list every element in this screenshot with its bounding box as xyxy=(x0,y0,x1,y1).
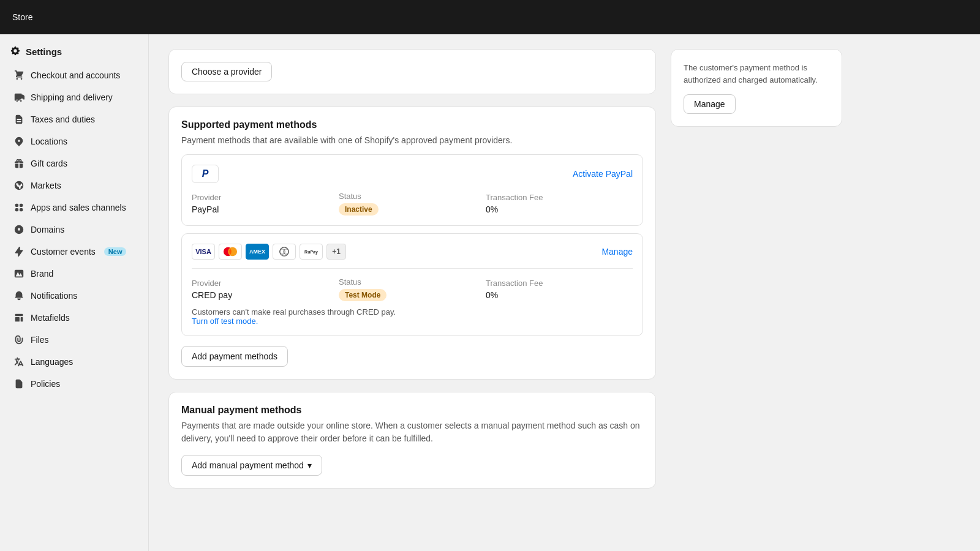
policies-icon xyxy=(13,378,24,389)
sidebar-item-domains[interactable]: Domains xyxy=(4,219,145,241)
sidebar-title: Settings xyxy=(26,47,62,57)
cred-status-header: Status xyxy=(339,277,486,289)
sidebar-item-languages[interactable]: Languages xyxy=(4,351,145,373)
supported-desc: Payment methods that are available with … xyxy=(181,134,643,147)
cred-note: Customers can't make real purchases thro… xyxy=(192,307,633,326)
gift-icon xyxy=(13,158,24,169)
cred-status-badge: Test Mode xyxy=(339,289,486,301)
globe-icon xyxy=(13,180,24,191)
turn-off-test-mode-link[interactable]: Turn off test mode. xyxy=(192,317,258,326)
languages-icon xyxy=(13,356,24,367)
card-logos: VISA AMEX RuPay +1 xyxy=(192,244,346,260)
store-name: Store xyxy=(12,12,32,22)
main-content: Choose a provider Supported payment meth… xyxy=(149,34,980,551)
cred-provider-value: CRED pay xyxy=(192,290,339,300)
cred-fee-header: Transaction Fee xyxy=(486,279,633,290)
sidebar-item-label: Locations xyxy=(31,137,67,146)
gear-icon xyxy=(10,45,21,58)
amex-logo: AMEX xyxy=(246,244,269,260)
sidebar-item-label: Notifications xyxy=(31,291,77,301)
sidebar-item-taxes[interactable]: Taxes and duties xyxy=(4,108,145,130)
content-main: Choose a provider Supported payment meth… xyxy=(168,49,656,501)
supported-methods-card: Supported payment methods Payment method… xyxy=(168,107,656,380)
paypal-status-header: Status xyxy=(339,192,486,203)
sidebar-item-label: Checkout and accounts xyxy=(31,70,120,80)
paypal-status-badge: Inactive xyxy=(339,203,486,216)
paypal-logo: P xyxy=(192,165,219,183)
diners-logo xyxy=(273,244,296,260)
aside-card: The customer's payment method is authori… xyxy=(671,49,842,127)
cred-fee-value: 0% xyxy=(486,290,633,300)
domain-icon xyxy=(13,224,24,235)
page-layout: Settings Checkout and accounts Shipping … xyxy=(0,34,980,551)
sidebar-item-locations[interactable]: Locations xyxy=(4,130,145,152)
sidebar-item-giftcards[interactable]: Gift cards xyxy=(4,152,145,174)
paypal-logo-text: P xyxy=(202,168,209,179)
sidebar-item-checkout[interactable]: Checkout and accounts xyxy=(4,64,145,86)
activate-paypal-link[interactable]: Activate PayPal xyxy=(573,169,633,179)
sidebar-item-label: Metafields xyxy=(31,313,70,323)
sidebar-item-label: Domains xyxy=(31,225,64,234)
paypal-provider-card: P Activate PayPal Provider PayPal Status xyxy=(181,154,643,226)
add-payment-button[interactable]: Add payment methods xyxy=(181,346,288,367)
paypal-provider-header: Provider xyxy=(192,193,339,204)
svg-point-2 xyxy=(280,247,288,256)
add-manual-label: Add manual payment method xyxy=(192,460,304,470)
files-icon xyxy=(13,334,24,345)
sidebar-item-label: Markets xyxy=(31,181,61,190)
truck-icon xyxy=(13,92,24,103)
sidebar-item-label: Policies xyxy=(31,379,60,389)
supported-title: Supported payment methods xyxy=(181,119,643,130)
aside-manage-button[interactable]: Manage xyxy=(684,94,736,114)
add-manual-payment-button[interactable]: Add manual payment method ▾ xyxy=(181,455,322,476)
sidebar-item-shipping[interactable]: Shipping and delivery xyxy=(4,86,145,108)
content-layout: Choose a provider Supported payment meth… xyxy=(168,49,842,501)
mastercard-logo xyxy=(219,244,242,260)
manual-desc: Payments that are made outside your onli… xyxy=(181,419,643,445)
sidebar-item-files[interactable]: Files xyxy=(4,329,145,351)
location-icon xyxy=(13,136,24,147)
paypal-provider-value: PayPal xyxy=(192,204,339,214)
sidebar-item-notifications[interactable]: Notifications xyxy=(4,285,145,307)
metafields-icon xyxy=(13,312,24,323)
cred-separator xyxy=(192,268,633,269)
cart-icon xyxy=(13,70,24,81)
choose-provider-button[interactable]: Choose a provider xyxy=(181,62,272,81)
cred-info-row: Provider CRED pay Status Test Mode Trans xyxy=(192,277,633,301)
sidebar-item-label: Gift cards xyxy=(31,159,67,168)
sidebar-item-policies[interactable]: Policies xyxy=(4,373,145,395)
paypal-fee-value: 0% xyxy=(486,204,633,214)
plus-badge: +1 xyxy=(326,244,346,260)
sidebar-item-customerevents[interactable]: Customer events New xyxy=(4,241,145,263)
app-header: Store xyxy=(0,0,980,34)
cred-test-badge: Test Mode xyxy=(339,289,386,301)
new-badge: New xyxy=(104,247,127,256)
sidebar-item-label: Apps and sales channels xyxy=(31,203,126,212)
cred-manage-link[interactable]: Manage xyxy=(601,247,633,257)
brand-icon xyxy=(13,268,24,279)
manual-payment-card: Manual payment methods Payments that are… xyxy=(168,392,656,489)
bell-icon xyxy=(13,290,24,301)
paypal-fee-header: Transaction Fee xyxy=(486,193,633,204)
sidebar-item-apps[interactable]: Apps and sales channels xyxy=(4,197,145,219)
choose-provider-card: Choose a provider xyxy=(168,49,656,94)
paypal-header: P Activate PayPal xyxy=(192,165,633,183)
content-aside: The customer's payment method is authori… xyxy=(671,49,842,501)
visa-logo: VISA xyxy=(192,244,215,260)
cred-header: VISA AMEX RuPay +1 xyxy=(192,244,633,260)
sidebar-item-metafields[interactable]: Metafields xyxy=(4,307,145,329)
svg-point-4 xyxy=(284,249,288,254)
sidebar-item-label: Files xyxy=(31,335,49,345)
cred-provider-header: Provider xyxy=(192,279,339,290)
chevron-down-icon: ▾ xyxy=(307,460,312,470)
sidebar-item-label: Shipping and delivery xyxy=(31,92,113,102)
paypal-info-row: Provider PayPal Status Inactive Transact xyxy=(192,192,633,216)
tax-icon xyxy=(13,114,24,125)
sidebar-item-markets[interactable]: Markets xyxy=(4,174,145,197)
rupay-logo: RuPay xyxy=(300,244,323,260)
events-icon xyxy=(13,246,24,257)
sidebar-item-brand[interactable]: Brand xyxy=(4,263,145,285)
aside-text: The customer's payment method is authori… xyxy=(684,62,829,86)
apps-icon xyxy=(13,202,24,213)
manual-title: Manual payment methods xyxy=(181,405,643,416)
